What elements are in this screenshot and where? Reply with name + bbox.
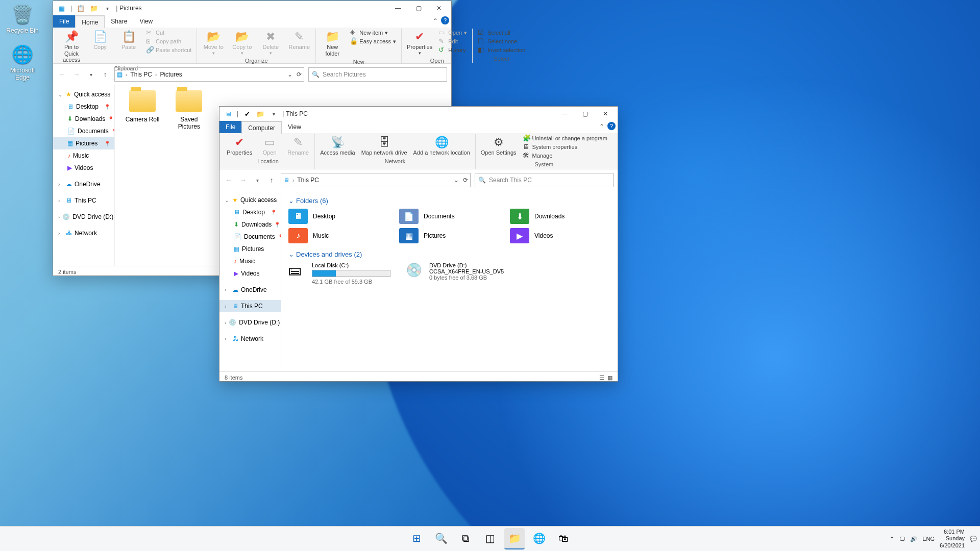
open-settings-button[interactable]: ⚙Open Settings	[479, 134, 519, 157]
rename-button[interactable]: ✎Rename	[286, 29, 312, 52]
content-area[interactable]: ⌄Folders (6) 🖥Desktop 📄Documents ⬇Downlo…	[281, 191, 618, 371]
paste-button[interactable]: 📋Paste	[115, 29, 142, 52]
nav-thispc[interactable]: ›🖥This PC	[53, 194, 114, 207]
recent-locations-button[interactable]: ▾	[86, 72, 96, 78]
qat-folder-icon[interactable]: 📁	[256, 109, 265, 118]
copy-to-button[interactable]: 📂Copy to▾	[229, 29, 255, 57]
help-icon[interactable]: ?	[441, 16, 449, 24]
close-button[interactable]: ✕	[595, 107, 616, 121]
section-folders[interactable]: ⌄Folders (6)	[288, 197, 610, 205]
task-view-button[interactable]: ⧉	[455, 528, 476, 548]
nav-onedrive[interactable]: ›☁OneDrive	[53, 178, 114, 190]
help-icon[interactable]: ?	[607, 122, 616, 130]
nav-videos[interactable]: ▶Videos	[53, 162, 114, 174]
add-network-location-button[interactable]: 🌐Add a network location	[411, 134, 472, 157]
tray-volume-icon[interactable]: 🔊	[910, 536, 917, 542]
address-bar[interactable]: ▦ › This PC › Pictures ⌄⟳	[114, 67, 304, 82]
nav-thispc[interactable]: ›🖥This PC	[219, 300, 281, 312]
back-button[interactable]: ←	[57, 70, 67, 79]
forward-button[interactable]: →	[71, 70, 82, 79]
desktop-icon-edge[interactable]: 🌐 Microsoft Edge	[3, 43, 42, 81]
rename-button[interactable]: ✎Rename	[285, 134, 311, 157]
copy-path-button[interactable]: ⎘Copy path	[144, 37, 193, 46]
nav-pictures[interactable]: ▦Pictures	[219, 243, 281, 255]
refresh-icon[interactable]: ⟳	[297, 71, 302, 78]
qat-folder-icon[interactable]: 📁	[89, 4, 99, 13]
tab-file[interactable]: File	[219, 121, 241, 133]
drive-c[interactable]: 🖴 Local Disk (C:) 42.1 GB free of 59.3 G…	[288, 262, 390, 285]
tray-language[interactable]: ENG	[922, 536, 935, 542]
properties-button[interactable]: ✔Properties	[225, 134, 254, 157]
file-explorer-taskbar-icon[interactable]: 📁	[504, 528, 525, 549]
tab-home[interactable]: Home	[75, 15, 105, 28]
tab-share[interactable]: Share	[105, 15, 133, 28]
titlebar[interactable]: ▦ | 📋 📁 ▾ | Pictures — ▢ ✕	[53, 1, 451, 15]
collapse-ribbon-icon[interactable]: ⌃	[599, 123, 604, 130]
nav-network[interactable]: ›🖧Network	[219, 333, 281, 345]
qat-properties-icon[interactable]: ✔	[242, 109, 252, 118]
nav-onedrive[interactable]: ›☁OneDrive	[219, 284, 281, 296]
open-button[interactable]: ▭Open ▾	[436, 29, 469, 37]
edge-taskbar-icon[interactable]: 🌐	[529, 528, 549, 548]
view-details-icon[interactable]: ☰	[599, 374, 604, 381]
invert-selection-button[interactable]: ◧Invert selection	[476, 46, 527, 55]
nav-desktop[interactable]: 🖥Desktop📍	[219, 206, 281, 218]
recent-locations-button[interactable]: ▾	[252, 178, 262, 183]
nav-quick-access[interactable]: ⌄★Quick access	[53, 88, 114, 101]
nav-dvd[interactable]: ›💿DVD Drive (D:) CCSA	[53, 211, 114, 223]
breadcrumb-thispc[interactable]: This PC	[130, 71, 152, 78]
desktop-icon-recycle-bin[interactable]: 🗑️ Recycle Bin	[3, 3, 42, 34]
titlebar[interactable]: 🖥 | ✔ 📁 ▾ | This PC — ▢ ✕	[219, 107, 618, 121]
nav-videos[interactable]: ▶Videos	[219, 267, 281, 280]
new-item-button[interactable]: ✳New item ▾	[348, 29, 398, 37]
new-folder-button[interactable]: 📁New folder	[319, 29, 346, 58]
folder-downloads[interactable]: ⬇Downloads	[510, 209, 610, 224]
pin-quick-access-button[interactable]: 📌Pin to Quick access	[58, 29, 85, 64]
history-button[interactable]: ↺History	[436, 46, 469, 55]
widgets-button[interactable]: ◫	[480, 528, 500, 548]
folder-pictures[interactable]: ▦Pictures	[399, 228, 500, 243]
nav-documents[interactable]: 📄Documents📍	[53, 125, 114, 137]
tab-view[interactable]: View	[133, 15, 159, 28]
store-taskbar-icon[interactable]: 🛍	[553, 528, 574, 548]
access-media-button[interactable]: 📡Access media	[318, 134, 357, 157]
paste-shortcut-button[interactable]: 🔗Paste shortcut	[144, 46, 193, 55]
tray-notifications-icon[interactable]: 💬	[970, 536, 977, 542]
breadcrumb-pictures[interactable]: Pictures	[160, 71, 182, 78]
select-all-button[interactable]: ☑Select all	[476, 29, 527, 37]
search-input[interactable]: 🔍 Search This PC	[475, 173, 614, 187]
nav-dvd[interactable]: ›💿DVD Drive (D:) CCSA	[219, 316, 281, 329]
back-button[interactable]: ←	[224, 176, 234, 184]
tray-overflow-icon[interactable]: ⌃	[890, 536, 894, 542]
breadcrumb-thispc[interactable]: This PC	[297, 177, 319, 184]
view-large-icons-icon[interactable]: ▦	[607, 374, 612, 381]
refresh-icon[interactable]: ⟳	[463, 177, 468, 184]
nav-pictures[interactable]: ▦Pictures📍	[53, 137, 114, 149]
move-to-button[interactable]: 📂Move to▾	[200, 29, 227, 57]
nav-music[interactable]: ♪Music	[53, 149, 114, 162]
uninstall-program-button[interactable]: 🧩Uninstall or change a program	[521, 134, 609, 143]
search-input[interactable]: 🔍 Search Pictures	[308, 67, 447, 82]
up-button[interactable]: ↑	[266, 176, 277, 184]
tray-display-icon[interactable]: 🖵	[899, 536, 905, 542]
easy-access-button[interactable]: 🔓Easy access ▾	[348, 37, 398, 46]
drive-d[interactable]: 💿 DVD Drive (D:) CCSA_X64FRE_EN-US_DV5 0…	[406, 262, 508, 285]
open-button[interactable]: ▭Open	[256, 134, 283, 157]
search-button[interactable]: 🔍	[431, 528, 451, 548]
edit-button[interactable]: ✎Edit	[436, 37, 469, 46]
folder-camera-roll[interactable]: Camera Roll	[122, 90, 163, 123]
qat-dropdown-icon[interactable]: ▾	[103, 4, 112, 13]
nav-music[interactable]: ♪Music	[219, 255, 281, 267]
tab-computer[interactable]: Computer	[241, 121, 282, 134]
minimize-button[interactable]: —	[388, 1, 408, 15]
collapse-ribbon-icon[interactable]: ⌃	[433, 17, 438, 24]
folder-videos[interactable]: ▶Videos	[510, 228, 610, 243]
properties-button[interactable]: ✔Properties▾	[405, 29, 434, 57]
address-dropdown-icon[interactable]: ⌄	[287, 71, 292, 78]
copy-button[interactable]: 📄Copy	[87, 29, 113, 52]
map-network-drive-button[interactable]: 🗄Map network drive	[359, 134, 409, 157]
nav-network[interactable]: ›🖧Network	[53, 227, 114, 239]
up-button[interactable]: ↑	[100, 70, 110, 79]
nav-documents[interactable]: 📄Documents📍	[219, 231, 281, 243]
nav-downloads[interactable]: ⬇Downloads📍	[53, 113, 114, 125]
